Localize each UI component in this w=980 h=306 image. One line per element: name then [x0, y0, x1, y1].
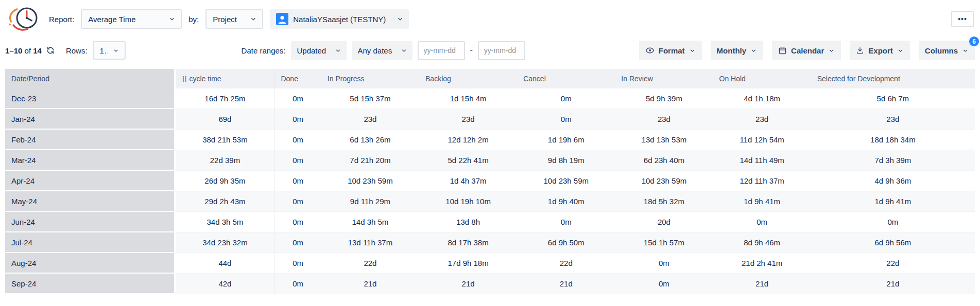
value-cell: 1d 9h 41m [713, 191, 811, 212]
column-header-cycle-time[interactable]: cycle time [176, 69, 274, 88]
project-select[interactable]: NataliaYSaasjet (TESTNY) [270, 9, 409, 29]
value-cell: 4d 1h 18m [713, 88, 811, 109]
toolbar-actions: Format Monthly Calendar Export Columns [639, 41, 975, 60]
value-cell: 9d 11h 29m [321, 191, 419, 212]
column-header-cancel[interactable]: Cancel [517, 69, 615, 88]
date-to-input[interactable] [478, 41, 525, 60]
column-header-done[interactable]: Done [274, 69, 321, 88]
chevron-down-icon [689, 47, 696, 54]
value-cell: 23d [419, 109, 517, 130]
pagination-text: 1–10 of 14 [5, 46, 42, 55]
value-cell: 0m [274, 253, 321, 274]
rows-per-page-value: 10 [100, 46, 108, 55]
value-cell: 13d 13h 53m [615, 130, 713, 150]
value-cell: 8d 9h 46m [713, 232, 811, 253]
value-cell: 18d 18h 34m [811, 130, 975, 150]
date-preset-value: Any dates [358, 46, 392, 55]
value-cell: 18d 5h 32m [615, 191, 713, 212]
value-cell: 69d [176, 109, 274, 130]
chevron-down-icon [397, 15, 404, 23]
export-button[interactable]: Export [850, 41, 910, 60]
value-cell: 23d [811, 109, 975, 130]
date-field-select[interactable]: Updated [291, 41, 347, 60]
value-cell: 21d [811, 274, 975, 294]
value-cell: 12d 12h 2m [419, 130, 517, 150]
value-cell: 7d 21h 20m [321, 150, 419, 171]
value-cell: 34d 23h 32m [176, 232, 274, 253]
value-cell: 21d [517, 274, 615, 294]
value-cell: 6d 23h 40m [615, 150, 713, 171]
value-cell: 13d 11h 37m [321, 232, 419, 253]
period-cell: Dec-23 [5, 88, 176, 109]
value-cell: 22d [517, 253, 615, 274]
value-cell: 14d 3h 5m [321, 212, 419, 232]
calendar-button[interactable]: Calendar [772, 41, 841, 60]
refresh-icon[interactable] [46, 46, 55, 55]
value-cell: 0m [274, 274, 321, 294]
value-cell: 5d 22h 41m [419, 150, 517, 171]
group-by-value: Project [213, 15, 237, 24]
value-cell: 0m [274, 212, 321, 232]
value-cell: 0m [811, 212, 975, 232]
report-table: Date/Periodcycle timeDoneIn ProgressBack… [5, 69, 975, 294]
value-cell: 21d 2h 41m [713, 253, 811, 274]
value-cell: 34d 3h 5m [176, 212, 274, 232]
value-cell: 0m [274, 232, 321, 253]
value-cell: 11d 12h 54m [713, 130, 811, 150]
value-cell: 22d [811, 253, 975, 274]
chevron-down-icon [168, 15, 176, 23]
value-cell: 9d 8h 19m [517, 150, 615, 171]
value-cell: 5d 9h 39m [615, 88, 713, 109]
value-cell: 4d 9h 36m [811, 171, 975, 191]
value-cell: 23d [321, 109, 419, 130]
period-button[interactable]: Monthly [711, 41, 764, 60]
report-type-select[interactable]: Average Time [81, 9, 182, 29]
table-row: Apr-2426d 9h 35m0m10d 23h 59m1d 4h 37m10… [5, 171, 975, 191]
value-cell: 15d 1h 57m [615, 232, 713, 253]
value-cell: 6d 9h 56m [811, 232, 975, 253]
period-cell: Feb-24 [5, 130, 176, 150]
value-cell: 17d 9h 18m [419, 253, 517, 274]
value-cell: 0m [274, 191, 321, 212]
column-header-on-hold[interactable]: On Hold [713, 69, 811, 88]
value-cell: 44d [176, 253, 274, 274]
period-cell: Apr-24 [5, 171, 176, 191]
value-cell: 38d 21h 53m [176, 130, 274, 150]
columns-button[interactable]: Columns 6 [919, 41, 975, 60]
report-type-value: Average Time [88, 15, 135, 24]
value-cell: 14d 11h 49m [713, 150, 811, 171]
format-button[interactable]: Format [639, 41, 702, 60]
rows-per-page-select[interactable]: 10 [93, 41, 126, 60]
table-row: Aug-2444d0m22d17d 9h 18m22d0m21d 2h 41m2… [5, 253, 975, 274]
group-by-select[interactable]: Project [205, 9, 263, 29]
value-cell: 23d [615, 109, 713, 130]
report-label: Report: [49, 15, 74, 24]
value-cell: 29d 2h 43m [176, 191, 274, 212]
table-row: Feb-2438d 21h 53m0m6d 13h 26m12d 12h 2m1… [5, 130, 975, 150]
value-cell: 22d [321, 253, 419, 274]
column-header-in-review[interactable]: In Review [615, 69, 713, 88]
date-from-input[interactable] [418, 41, 465, 60]
calendar-label: Calendar [791, 46, 824, 55]
chevron-down-icon [828, 47, 835, 54]
format-label: Format [659, 46, 685, 55]
date-preset-select[interactable]: Any dates [352, 41, 412, 60]
value-cell: 1d 4h 37m [419, 171, 517, 191]
chevron-down-icon [750, 47, 757, 54]
column-header-backlog[interactable]: Backlog [419, 69, 517, 88]
project-value: NataliaYSaasjet (TESTNY) [293, 15, 392, 24]
value-cell: 0m [517, 109, 615, 130]
toolbar: 1–10 of 14 Rows: 10 Date ranges: Updated… [0, 38, 980, 63]
value-cell: 13d 8h [419, 212, 517, 232]
value-cell: 0m [274, 150, 321, 171]
by-label: by: [188, 15, 199, 24]
more-menu-button[interactable]: ••• [951, 11, 974, 27]
column-header-in-progress[interactable]: In Progress [321, 69, 419, 88]
rows-label: Rows: [66, 46, 88, 55]
value-cell: 12d 11h 37m [713, 171, 811, 191]
period-cell: Sep-24 [5, 274, 176, 294]
value-cell: 21d [713, 274, 811, 294]
column-header-selected-for-development[interactable]: Selected for Development [811, 69, 975, 88]
column-header-date-period[interactable]: Date/Period [5, 69, 176, 88]
value-cell: 21d [419, 274, 517, 294]
